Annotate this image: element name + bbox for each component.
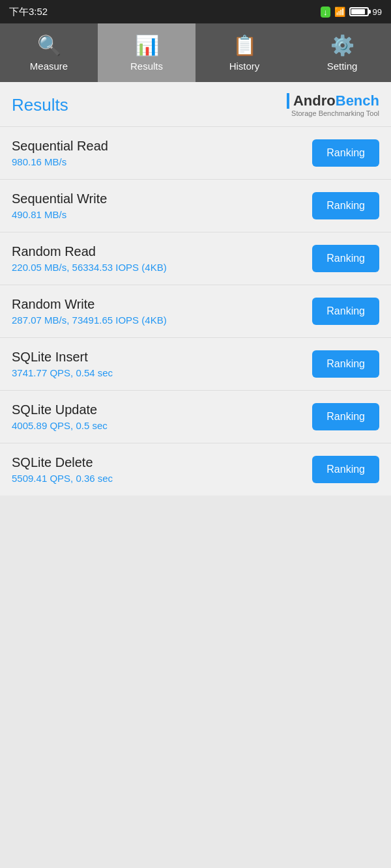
result-value-random-read: 220.05 MB/s, 56334.53 IOPS (4KB) <box>12 262 167 273</box>
result-value-sqlite-update: 4005.89 QPS, 0.5 sec <box>12 420 108 431</box>
result-name-sequential-read: Sequential Read <box>12 139 108 154</box>
ranking-button-random-read[interactable]: Ranking <box>312 245 379 272</box>
result-info-sqlite-update: SQLite Update 4005.89 QPS, 0.5 sec <box>12 402 108 431</box>
results-list: Sequential Read 980.16 MB/s Ranking Sequ… <box>0 127 391 496</box>
ranking-button-sequential-read[interactable]: Ranking <box>312 139 379 167</box>
status-icons: ↓ 📶 99 <box>321 7 382 18</box>
ranking-button-sqlite-delete[interactable]: Ranking <box>312 456 379 483</box>
result-info-random-write: Random Write 287.07 MB/s, 73491.65 IOPS … <box>12 297 167 326</box>
result-name-sqlite-insert: SQLite Insert <box>12 350 113 365</box>
result-info-random-read: Random Read 220.05 MB/s, 56334.53 IOPS (… <box>12 244 167 273</box>
result-name-sqlite-delete: SQLite Delete <box>12 455 113 470</box>
battery-icon <box>349 7 369 16</box>
result-value-sequential-read: 980.16 MB/s <box>12 156 108 167</box>
result-item-sqlite-delete: SQLite Delete 5509.41 QPS, 0.36 sec Rank… <box>0 443 391 496</box>
ranking-button-sequential-write[interactable]: Ranking <box>312 192 379 219</box>
result-value-sqlite-delete: 5509.41 QPS, 0.36 sec <box>12 473 113 484</box>
nav-tabs: 🔍 Measure 📊 Results 📋 History ⚙️ Setting <box>0 23 391 82</box>
result-item-random-read: Random Read 220.05 MB/s, 56334.53 IOPS (… <box>0 232 391 285</box>
history-icon: 📋 <box>233 34 257 57</box>
tab-setting[interactable]: ⚙️ Setting <box>293 23 391 82</box>
status-bar: 下午3:52 ↓ 📶 99 <box>0 0 391 23</box>
brand-subtitle: Storage Benchmarking Tool <box>291 109 379 117</box>
tab-results-label: Results <box>130 61 163 72</box>
page-header: Results AndroBench Storage Benchmarking … <box>0 82 391 127</box>
tab-results[interactable]: 📊 Results <box>98 23 195 82</box>
result-item-sequential-write: Sequential Write 490.81 MB/s Ranking <box>0 180 391 232</box>
result-value-sqlite-insert: 3741.77 QPS, 0.54 sec <box>12 367 113 378</box>
setting-icon: ⚙️ <box>330 34 355 57</box>
result-item-sequential-read: Sequential Read 980.16 MB/s Ranking <box>0 127 391 180</box>
result-info-sqlite-delete: SQLite Delete 5509.41 QPS, 0.36 sec <box>12 455 113 484</box>
result-item-sqlite-update: SQLite Update 4005.89 QPS, 0.5 sec Ranki… <box>0 391 391 443</box>
result-info-sqlite-insert: SQLite Insert 3741.77 QPS, 0.54 sec <box>12 350 113 378</box>
brand-logo: AndroBench Storage Benchmarking Tool <box>287 92 379 117</box>
brand-bench: Bench <box>336 92 379 109</box>
ranking-button-sqlite-insert[interactable]: Ranking <box>312 350 379 378</box>
result-value-sequential-write: 490.81 MB/s <box>12 209 107 220</box>
result-item-random-write: Random Write 287.07 MB/s, 73491.65 IOPS … <box>0 285 391 338</box>
result-item-sqlite-insert: SQLite Insert 3741.77 QPS, 0.54 sec Rank… <box>0 338 391 391</box>
result-info-sequential-read: Sequential Read 980.16 MB/s <box>12 139 108 167</box>
brand-bar <box>287 93 289 109</box>
tab-measure-label: Measure <box>30 61 68 72</box>
results-icon: 📊 <box>135 34 159 57</box>
tab-measure[interactable]: 🔍 Measure <box>0 23 98 82</box>
status-time: 下午3:52 <box>9 6 48 18</box>
result-value-random-write: 287.07 MB/s, 73491.65 IOPS (4KB) <box>12 315 167 326</box>
bottom-area <box>0 496 391 730</box>
result-name-sqlite-update: SQLite Update <box>12 402 108 417</box>
brand-name: AndroBench <box>287 92 379 109</box>
tab-history-label: History <box>229 61 260 72</box>
result-name-random-write: Random Write <box>12 297 167 312</box>
tab-history[interactable]: 📋 History <box>195 23 293 82</box>
result-name-sequential-write: Sequential Write <box>12 191 107 206</box>
page-title: Results <box>12 95 68 115</box>
brand-andro: Andro <box>293 92 336 109</box>
battery-percent: 99 <box>373 7 382 17</box>
result-info-sequential-write: Sequential Write 490.81 MB/s <box>12 191 107 220</box>
measure-icon: 🔍 <box>37 34 61 57</box>
ranking-button-sqlite-update[interactable]: Ranking <box>312 403 379 430</box>
download-icon: ↓ <box>321 7 330 18</box>
ranking-button-random-write[interactable]: Ranking <box>312 298 379 325</box>
wifi-icon: 📶 <box>334 7 345 17</box>
tab-setting-label: Setting <box>327 61 358 72</box>
result-name-random-read: Random Read <box>12 244 167 259</box>
